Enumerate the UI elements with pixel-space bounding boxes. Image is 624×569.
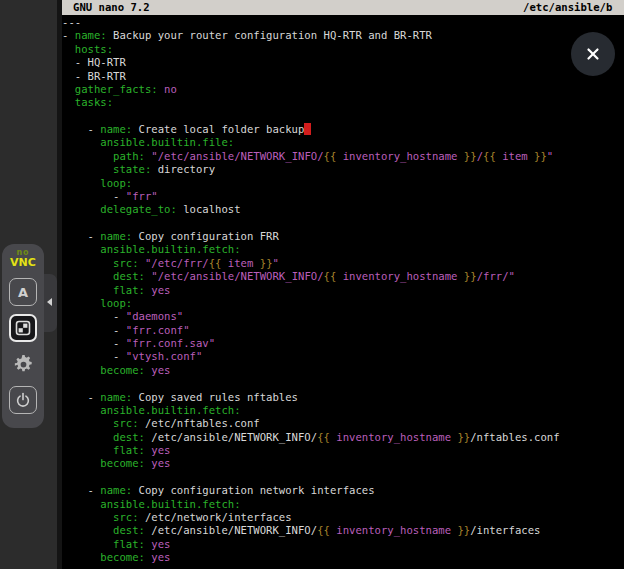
code-segment: yes xyxy=(151,551,170,563)
close-button[interactable] xyxy=(571,32,615,76)
code-line: delegate_to: localhost xyxy=(62,203,624,216)
code-segment: ansible.builtin.file: xyxy=(100,136,234,148)
code-line: state: directory xyxy=(62,163,624,176)
code-segment: src: xyxy=(113,417,139,429)
code-segment: {{ xyxy=(483,150,496,162)
code-segment: directory xyxy=(151,163,215,175)
code-segment xyxy=(62,136,100,148)
code-segment xyxy=(62,96,75,108)
code-line: ansible.builtin.fetch: xyxy=(62,498,624,511)
code-line: become: yes xyxy=(62,457,624,470)
code-segment: Copy saved rules nftables xyxy=(132,391,298,403)
code-segment xyxy=(62,163,113,175)
code-segment: yes xyxy=(151,538,170,550)
code-segment: loop: xyxy=(100,177,132,189)
code-line: dest: "/etc/ansible/NETWORK_INFO/{{ inve… xyxy=(62,270,624,283)
code-segment: --- xyxy=(62,16,81,28)
vnc-sidebar-strip: no VNC A xyxy=(0,0,62,569)
nano-file-path: /etc/ansible/b xyxy=(523,0,612,15)
code-segment: delegate_to: xyxy=(100,203,177,215)
code-line: - "frr.conf.sav" xyxy=(62,337,624,350)
code-line: become: yes xyxy=(62,364,624,377)
code-line: ansible.builtin.fetch: xyxy=(62,243,624,256)
code-segment xyxy=(62,511,113,523)
settings-button[interactable] xyxy=(9,350,37,378)
code-segment: inventory_hostname xyxy=(336,270,464,282)
code-segment: item xyxy=(221,257,259,269)
code-segment: become: xyxy=(100,551,145,563)
code-segment: }} xyxy=(260,257,273,269)
code-segment xyxy=(62,551,100,563)
code-segment: become: xyxy=(100,364,145,376)
code-segment xyxy=(62,297,100,309)
code-segment: ansible.builtin.fetch: xyxy=(100,243,240,255)
code-segment: dest: xyxy=(113,270,145,282)
code-segment: inventory_hostname xyxy=(330,431,458,443)
code-segment: flat: xyxy=(113,538,145,550)
code-line: - "vtysh.conf" xyxy=(62,350,624,363)
code-segment xyxy=(62,498,100,510)
code-line: dest: /etc/ansible/NETWORK_INFO/{{ inven… xyxy=(62,431,624,444)
code-segment: /etc/ansible/NETWORK_INFO/ xyxy=(145,524,317,536)
keyboard-button[interactable]: A xyxy=(9,278,37,306)
terminal-window[interactable]: GNU nano 7.2 /etc/ansible/b ---- name: B… xyxy=(62,0,624,569)
code-line: tasks: xyxy=(62,96,624,109)
code-segment: }} xyxy=(534,150,547,162)
code-segment: Create local folder backup xyxy=(132,123,304,135)
vnc-button-group: A xyxy=(9,278,37,414)
power-button[interactable] xyxy=(9,386,37,414)
code-segment: Copy configuration network interfaces xyxy=(132,484,374,496)
code-line: - name: Copy configuration FRR xyxy=(62,230,624,243)
code-segment: Backup your router configuration HQ-RTR … xyxy=(107,29,432,41)
vnc-panel-handle[interactable] xyxy=(44,274,57,332)
code-segment xyxy=(62,444,113,456)
code-line: flat: yes xyxy=(62,444,624,457)
code-line: src: /etc/nftables.conf xyxy=(62,417,624,430)
close-icon xyxy=(584,45,602,63)
code-segment: dest: xyxy=(113,524,145,536)
code-segment xyxy=(62,243,100,255)
code-segment xyxy=(62,257,113,269)
text-cursor xyxy=(304,123,310,135)
fullscreen-icon xyxy=(15,320,31,336)
code-segment: path: xyxy=(113,150,145,162)
code-segment: " xyxy=(273,257,279,269)
code-segment xyxy=(62,83,75,95)
editor-code[interactable]: ---- name: Backup your router configurat… xyxy=(62,16,624,569)
novnc-logo-bottom: VNC xyxy=(10,257,36,268)
code-line: flat: yes xyxy=(62,284,624,297)
code-segment: state: xyxy=(113,163,151,175)
code-segment: }} xyxy=(457,524,470,536)
code-segment: hosts: xyxy=(75,43,113,55)
code-segment: yes xyxy=(151,284,170,296)
code-segment: {{ xyxy=(209,257,222,269)
code-segment: - xyxy=(62,350,126,362)
code-line: - BR-RTR xyxy=(62,70,624,83)
code-segment: /nftables.conf xyxy=(470,431,559,443)
code-segment: inventory_hostname xyxy=(330,524,458,536)
code-segment xyxy=(62,150,113,162)
code-segment: }} xyxy=(464,270,477,282)
code-segment xyxy=(62,538,113,550)
code-line xyxy=(62,217,624,230)
code-segment xyxy=(62,417,113,429)
code-segment: - xyxy=(62,484,100,496)
code-segment: src: xyxy=(113,257,139,269)
code-line: path: "/etc/ansible/NETWORK_INFO/{{ inve… xyxy=(62,150,624,163)
code-segment: - xyxy=(62,123,100,135)
code-line: - name: Backup your router configuration… xyxy=(62,29,624,42)
code-segment xyxy=(62,284,113,296)
code-line: ansible.builtin.file: xyxy=(62,136,624,149)
code-segment: name: xyxy=(100,123,132,135)
code-line: loop: xyxy=(62,297,624,310)
code-line: src: /etc/network/interfaces xyxy=(62,511,624,524)
nano-titlebar: GNU nano 7.2 /etc/ansible/b xyxy=(62,0,624,15)
code-segment: - xyxy=(62,29,75,41)
nano-version-label: GNU nano 7.2 xyxy=(73,0,150,15)
code-segment: tasks: xyxy=(75,96,113,108)
novnc-logo: no VNC xyxy=(10,249,36,268)
code-segment xyxy=(62,177,100,189)
code-segment: loop: xyxy=(100,297,132,309)
code-segment: flat: xyxy=(113,444,145,456)
fullscreen-button[interactable] xyxy=(9,314,37,342)
